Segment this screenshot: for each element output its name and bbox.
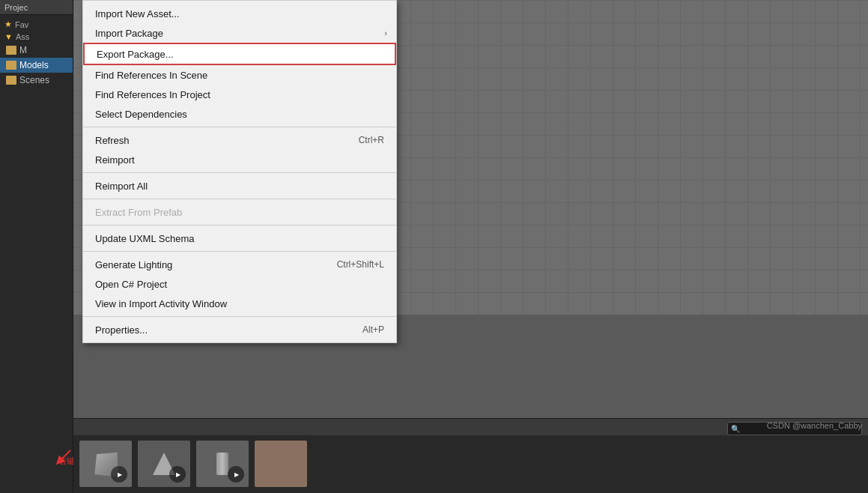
menu-item-find-references-scene[interactable]: Find References In Scene [83, 65, 396, 85]
watermark: CSDN @wanchen_Cabby [767, 421, 862, 430]
search-icon: 🔍 [731, 425, 740, 433]
assets-label: Ass [16, 32, 29, 41]
menu-item-label-extract-from-prefab: Extract From Prefab [95, 207, 182, 218]
menu-item-label-find-references-scene: Find References In Scene [95, 70, 207, 81]
menu-item-label-open-csharp-project: Open C# Project [95, 279, 167, 290]
panel-item-label-scenes: Scenes [19, 75, 49, 85]
menu-item-label-select-dependencies: Select Dependencies [95, 109, 187, 120]
menu-separator-update-uxml-schema [83, 251, 396, 252]
favorites-label: Fav [15, 20, 28, 29]
menu-item-label-generate-lighting: Generate Lighting [95, 259, 172, 270]
menu-separator-select-dependencies [83, 127, 396, 127]
left-panel: Projec ★ Fav ▼ Ass M Models Scenes [0, 0, 73, 493]
menu-item-open-csharp-project[interactable]: Open C# Project [83, 274, 396, 294]
thumbnail-cube[interactable] [79, 441, 132, 487]
menu-item-label-refresh: Refresh [95, 135, 130, 146]
menu-item-shortcut-properties: Alt+P [362, 324, 384, 335]
panel-item-scenes[interactable]: Scenes [0, 73, 73, 88]
panel-item-m[interactable]: M [0, 43, 73, 58]
menu-item-label-import-new-asset: Import New Asset... [95, 8, 180, 19]
panel-item-models[interactable]: Models [0, 58, 73, 73]
menu-item-properties[interactable]: Properties...Alt+P [83, 320, 396, 339]
menu-item-label-properties: Properties... [95, 324, 148, 336]
folder-icon-models [6, 61, 16, 70]
menu-separator-view-import-activity [83, 316, 396, 317]
panel-item-label-models: Models [19, 60, 49, 70]
menu-item-label-import-package: Import Package [95, 28, 163, 39]
thumbnail-cylinder[interactable] [196, 441, 249, 487]
folder-icon-small: ▼ [4, 32, 13, 41]
menu-separator-reimport [83, 172, 396, 173]
menu-item-view-import-activity[interactable]: View in Import Activity Window [83, 294, 396, 313]
menu-item-refresh[interactable]: RefreshCtrl+R [83, 130, 396, 150]
menu-separator-extract-from-prefab [83, 225, 396, 226]
cylinder-shape [216, 453, 228, 475]
menu-item-extract-from-prefab: Extract From Prefab [83, 202, 396, 222]
folder-icon-scenes [6, 76, 16, 85]
thumbnail-texture[interactable] [255, 441, 307, 487]
menu-item-label-export-package: Export Package... [97, 49, 174, 60]
play-button-cube[interactable] [111, 466, 127, 483]
menu-item-import-package[interactable]: Import Package› [83, 23, 396, 43]
menu-item-update-uxml-schema[interactable]: Update UXML Schema [83, 229, 396, 248]
asset-thumbnails [73, 435, 868, 493]
menu-item-label-reimport: Reimport [95, 154, 135, 166]
menu-item-label-reimport-all: Reimport All [95, 181, 148, 192]
thumbnail-cone[interactable] [138, 441, 190, 487]
submenu-arrow-import-package: › [384, 28, 387, 37]
favorites-header: ★ Fav [0, 18, 73, 31]
menu-item-select-dependencies[interactable]: Select Dependencies [83, 104, 396, 124]
menu-item-reimport[interactable]: Reimport [83, 150, 396, 169]
menu-item-reimport-all[interactable]: Reimport All [83, 176, 396, 196]
menu-item-label-update-uxml-schema: Update UXML Schema [95, 233, 194, 244]
menu-item-import-new-asset[interactable]: Import New Asset... [83, 4, 396, 23]
viewport-bottom: 🔍 CSDN @wanchen_Cabby [73, 418, 868, 493]
star-icon: ★ [4, 19, 12, 29]
panel-header: Projec [0, 0, 73, 15]
menu-item-shortcut-generate-lighting: Ctrl+Shift+L [337, 259, 384, 270]
panel-title: Projec [4, 3, 28, 12]
annotation-text: 右键 [58, 456, 75, 467]
menu-item-export-package[interactable]: Export Package... [83, 43, 396, 65]
menu-item-label-view-import-activity: View in Import Activity Window [95, 298, 227, 309]
assets-header: ▼ Ass [0, 31, 73, 43]
play-button-cylinder[interactable] [228, 466, 244, 483]
folder-icon-m [6, 46, 16, 55]
play-button-cone[interactable] [169, 466, 186, 483]
menu-item-label-find-references-project: Find References In Project [95, 89, 210, 100]
menu-item-find-references-project[interactable]: Find References In Project [83, 85, 396, 104]
panel-content: ★ Fav ▼ Ass M Models Scenes [0, 15, 73, 91]
context-menu: Import New Asset...Import Package›Export… [82, 0, 397, 343]
panel-item-label-m: M [19, 45, 27, 55]
menu-separator-reimport-all [83, 199, 396, 199]
viewport-bottom-bar: 🔍 [73, 419, 868, 435]
menu-item-generate-lighting[interactable]: Generate LightingCtrl+Shift+L [83, 255, 396, 274]
menu-item-shortcut-refresh: Ctrl+R [359, 135, 384, 145]
